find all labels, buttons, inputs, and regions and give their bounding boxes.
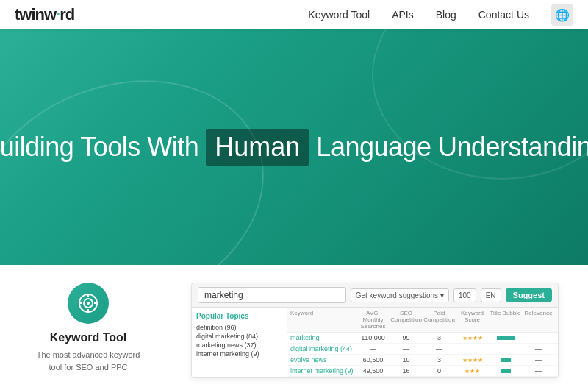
- hero-text-before: Building Tools With: [0, 132, 198, 163]
- hero-text-after: Language Understanding: [316, 132, 588, 163]
- cell-paid: —: [423, 345, 456, 352]
- keyword-tool-icon: [68, 283, 109, 324]
- cell-paid: 3: [423, 334, 456, 341]
- tool-content: Popular Topics definition (96) digital m…: [192, 308, 558, 378]
- navbar: twinw·rd Keyword Tool APIs Blog Contact …: [0, 0, 588, 29]
- cell-keyword: evolve news: [290, 356, 356, 364]
- keyword-suggestions-dropdown[interactable]: Get keyword suggestions ▾: [351, 288, 449, 302]
- cell-bar: [489, 334, 522, 341]
- keyword-tool-card: Keyword Tool The most advanced keyword t…: [29, 283, 147, 373]
- cell-avg: 49,500: [356, 367, 390, 375]
- th-relevance: Relevance: [522, 310, 555, 330]
- svg-point-2: [87, 302, 90, 305]
- nav-links: Keyword Tool APIs Blog Contact Us 🌐: [308, 4, 573, 26]
- nav-apis[interactable]: APIs: [392, 9, 414, 21]
- tool-sidebar: Popular Topics definition (96) digital m…: [192, 308, 287, 378]
- table-header: Keyword AVG. Monthly Searches SEO Compet…: [287, 308, 558, 333]
- cell-rel: —: [522, 334, 555, 341]
- cell-keyword: marketing: [290, 334, 356, 341]
- cell-keyword: digital marketing (44): [290, 345, 356, 352]
- sidebar-item[interactable]: marketing news (37): [196, 341, 282, 350]
- hero-section: Building Tools With Human Language Under…: [0, 29, 588, 265]
- suggest-button[interactable]: Suggest: [506, 288, 552, 302]
- cell-rel: —: [522, 356, 555, 364]
- table-row[interactable]: marketing 110,000 99 3 ★★★★ —: [287, 333, 558, 344]
- cell-avg: —: [356, 345, 390, 352]
- cell-bar: [489, 367, 522, 375]
- below-hero-section: Keyword Tool The most advanced keyword t…: [0, 265, 588, 390]
- cell-seo: 16: [390, 367, 423, 375]
- th-avg-monthly: AVG. Monthly Searches: [356, 310, 390, 330]
- lang-selector[interactable]: EN: [481, 288, 501, 302]
- tool-search-bar: Get keyword suggestions ▾ 100 EN Suggest: [192, 283, 558, 308]
- cell-stars: ★★★★: [456, 335, 489, 341]
- logo-dot: ·: [56, 5, 60, 24]
- cell-stars: ★★★: [456, 368, 489, 375]
- sidebar-item[interactable]: digital marketing (84): [196, 332, 282, 341]
- tool-search-input[interactable]: [198, 287, 346, 303]
- cell-paid: 0: [423, 367, 456, 375]
- cell-bar: [489, 356, 522, 364]
- th-kw-score: Keyword Score: [456, 310, 489, 330]
- site-logo[interactable]: twinw·rd: [15, 5, 74, 24]
- nav-contact-us[interactable]: Contact Us: [478, 9, 529, 21]
- popular-topics-title: Popular Topics: [196, 312, 282, 320]
- table-row[interactable]: digital marketing (44) — — — —: [287, 344, 558, 355]
- table-row[interactable]: internet marketing (9) 49,500 16 0 ★★★ —: [287, 366, 558, 377]
- hero-content: Building Tools With Human Language Under…: [0, 129, 588, 166]
- language-globe-button[interactable]: 🌐: [551, 4, 573, 26]
- keyword-table: Keyword AVG. Monthly Searches SEO Compet…: [287, 308, 558, 378]
- cell-seo: 99: [390, 334, 423, 341]
- chevron-down-icon: ▾: [440, 291, 444, 299]
- cell-stars: ★★★★: [456, 357, 489, 364]
- cell-rel: —: [522, 367, 555, 375]
- cell-keyword: internet marketing (9): [290, 367, 356, 375]
- keyword-tool-description: The most advanced keyword tool for SEO a…: [29, 349, 147, 373]
- cell-avg: 60,500: [356, 356, 390, 364]
- tool-preview: Get keyword suggestions ▾ 100 EN Suggest…: [191, 283, 559, 378]
- nav-blog[interactable]: Blog: [436, 9, 456, 21]
- th-paid-comp: Paid Competition: [423, 310, 456, 330]
- cell-rel: —: [522, 345, 555, 352]
- cell-avg: 110,000: [356, 334, 390, 341]
- lang-count[interactable]: 100: [453, 288, 476, 302]
- hero-highlight: Human: [206, 129, 309, 166]
- cell-seo: 10: [390, 356, 423, 364]
- keyword-tool-title: Keyword Tool: [50, 331, 127, 344]
- table-row[interactable]: evolve news 60,500 10 3 ★★★★ —: [287, 355, 558, 366]
- sidebar-item[interactable]: internet marketing (9): [196, 350, 282, 358]
- th-seo-comp: SEO Competition: [390, 310, 423, 330]
- cell-seo: —: [390, 345, 423, 352]
- nav-keyword-tool[interactable]: Keyword Tool: [308, 9, 370, 21]
- th-keyword: Keyword: [290, 310, 356, 330]
- th-title-bubble: Title Bubble: [489, 310, 522, 330]
- sidebar-item[interactable]: definition (96): [196, 323, 282, 332]
- cell-paid: 3: [423, 356, 456, 364]
